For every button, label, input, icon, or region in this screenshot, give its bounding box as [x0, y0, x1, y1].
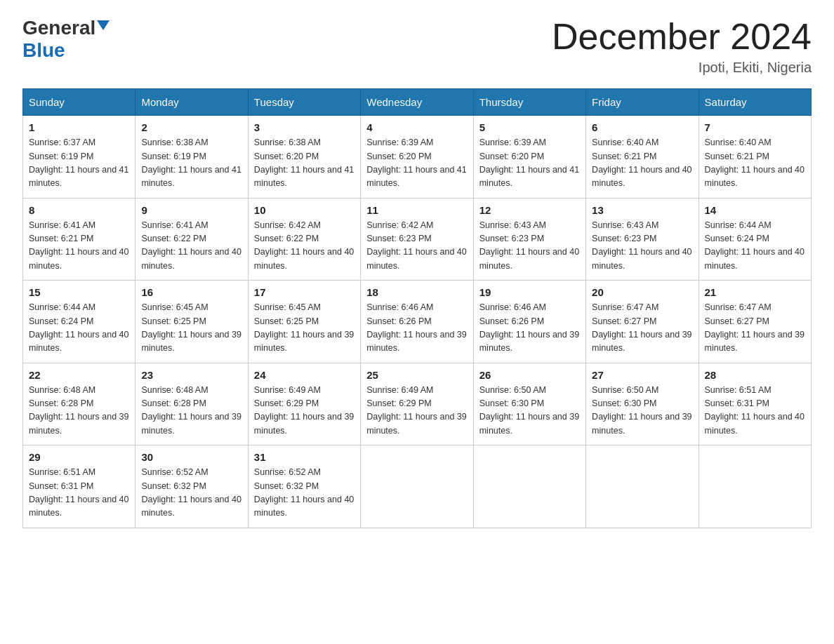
table-row: 28Sunrise: 6:51 AMSunset: 6:31 PMDayligh… [699, 363, 811, 445]
day-info: Sunrise: 6:39 AMSunset: 6:20 PMDaylight:… [479, 136, 580, 191]
table-row: 29Sunrise: 6:51 AMSunset: 6:31 PMDayligh… [23, 445, 135, 528]
table-row: 2Sunrise: 6:38 AMSunset: 6:19 PMDaylight… [135, 116, 248, 199]
col-sunday: Sunday [23, 89, 135, 116]
table-row: 16Sunrise: 6:45 AMSunset: 6:25 PMDayligh… [135, 281, 248, 363]
table-row: 23Sunrise: 6:48 AMSunset: 6:28 PMDayligh… [135, 363, 248, 445]
day-number: 23 [141, 369, 241, 381]
day-info: Sunrise: 6:45 AMSunset: 6:25 PMDaylight:… [254, 301, 355, 356]
table-row [586, 445, 699, 528]
day-info: Sunrise: 6:46 AMSunset: 6:26 PMDaylight:… [479, 301, 580, 356]
day-info: Sunrise: 6:49 AMSunset: 6:29 PMDaylight:… [254, 384, 355, 438]
table-row: 1Sunrise: 6:37 AMSunset: 6:19 PMDaylight… [23, 116, 135, 199]
calendar-table: Sunday Monday Tuesday Wednesday Thursday… [22, 88, 812, 528]
day-info: Sunrise: 6:48 AMSunset: 6:28 PMDaylight:… [141, 384, 241, 438]
table-row: 21Sunrise: 6:47 AMSunset: 6:27 PMDayligh… [699, 281, 811, 363]
table-row: 30Sunrise: 6:52 AMSunset: 6:32 PMDayligh… [135, 445, 248, 528]
table-row: 18Sunrise: 6:46 AMSunset: 6:26 PMDayligh… [361, 281, 473, 363]
logo-general-text: General [22, 17, 95, 39]
day-number: 22 [29, 369, 129, 381]
day-info: Sunrise: 6:52 AMSunset: 6:32 PMDaylight:… [254, 466, 355, 521]
day-info: Sunrise: 6:51 AMSunset: 6:31 PMDaylight:… [705, 384, 805, 438]
day-info: Sunrise: 6:47 AMSunset: 6:27 PMDaylight:… [705, 301, 805, 356]
table-row: 20Sunrise: 6:47 AMSunset: 6:27 PMDayligh… [586, 281, 699, 363]
day-info: Sunrise: 6:49 AMSunset: 6:29 PMDaylight:… [366, 384, 467, 438]
location: Ipoti, Ekiti, Nigeria [552, 60, 812, 76]
calendar-week-row: 8Sunrise: 6:41 AMSunset: 6:21 PMDaylight… [23, 198, 812, 281]
day-info: Sunrise: 6:45 AMSunset: 6:25 PMDaylight:… [141, 301, 241, 356]
table-row [473, 445, 585, 528]
day-number: 31 [254, 451, 355, 463]
day-info: Sunrise: 6:43 AMSunset: 6:23 PMDaylight:… [592, 219, 692, 274]
table-row: 4Sunrise: 6:39 AMSunset: 6:20 PMDaylight… [361, 116, 473, 199]
table-row: 17Sunrise: 6:45 AMSunset: 6:25 PMDayligh… [248, 281, 360, 363]
day-info: Sunrise: 6:44 AMSunset: 6:24 PMDaylight:… [29, 301, 129, 356]
month-title: December 2024 [552, 17, 812, 57]
day-number: 3 [254, 121, 355, 133]
table-row [699, 445, 811, 528]
table-row [361, 445, 473, 528]
logo-blue-text: Blue [22, 39, 65, 62]
day-number: 29 [29, 451, 129, 463]
day-info: Sunrise: 6:50 AMSunset: 6:30 PMDaylight:… [479, 384, 580, 438]
table-row: 5Sunrise: 6:39 AMSunset: 6:20 PMDaylight… [473, 116, 585, 199]
day-number: 28 [705, 369, 805, 381]
day-info: Sunrise: 6:41 AMSunset: 6:21 PMDaylight:… [29, 219, 129, 274]
table-row: 12Sunrise: 6:43 AMSunset: 6:23 PMDayligh… [473, 198, 585, 281]
day-number: 2 [141, 121, 241, 133]
day-info: Sunrise: 6:48 AMSunset: 6:28 PMDaylight:… [29, 384, 129, 438]
table-row: 25Sunrise: 6:49 AMSunset: 6:29 PMDayligh… [361, 363, 473, 445]
col-tuesday: Tuesday [248, 89, 360, 116]
day-info: Sunrise: 6:42 AMSunset: 6:23 PMDaylight:… [366, 219, 467, 274]
col-monday: Monday [135, 89, 248, 116]
day-number: 10 [254, 204, 355, 216]
day-number: 13 [592, 204, 692, 216]
logo: General Blue [22, 17, 111, 62]
day-number: 7 [705, 121, 805, 133]
day-number: 12 [479, 204, 580, 216]
table-row: 8Sunrise: 6:41 AMSunset: 6:21 PMDaylight… [23, 198, 135, 281]
table-row: 19Sunrise: 6:46 AMSunset: 6:26 PMDayligh… [473, 281, 585, 363]
table-row: 6Sunrise: 6:40 AMSunset: 6:21 PMDaylight… [586, 116, 699, 199]
col-saturday: Saturday [699, 89, 811, 116]
table-row: 27Sunrise: 6:50 AMSunset: 6:30 PMDayligh… [586, 363, 699, 445]
day-number: 1 [29, 121, 129, 133]
table-row: 7Sunrise: 6:40 AMSunset: 6:21 PMDaylight… [699, 116, 811, 199]
table-row: 11Sunrise: 6:42 AMSunset: 6:23 PMDayligh… [361, 198, 473, 281]
table-row: 15Sunrise: 6:44 AMSunset: 6:24 PMDayligh… [23, 281, 135, 363]
day-info: Sunrise: 6:38 AMSunset: 6:19 PMDaylight:… [141, 136, 241, 191]
page-header: General Blue December 2024 Ipoti, Ekiti,… [22, 17, 812, 76]
svg-marker-0 [97, 20, 110, 30]
title-section: December 2024 Ipoti, Ekiti, Nigeria [552, 17, 812, 76]
day-info: Sunrise: 6:50 AMSunset: 6:30 PMDaylight:… [592, 384, 692, 438]
day-number: 17 [254, 286, 355, 298]
day-number: 26 [479, 369, 580, 381]
day-number: 30 [141, 451, 241, 463]
day-info: Sunrise: 6:37 AMSunset: 6:19 PMDaylight:… [29, 136, 129, 191]
day-number: 6 [592, 121, 692, 133]
table-row: 31Sunrise: 6:52 AMSunset: 6:32 PMDayligh… [248, 445, 360, 528]
table-row: 14Sunrise: 6:44 AMSunset: 6:24 PMDayligh… [699, 198, 811, 281]
table-row: 10Sunrise: 6:42 AMSunset: 6:22 PMDayligh… [248, 198, 360, 281]
day-info: Sunrise: 6:42 AMSunset: 6:22 PMDaylight:… [254, 219, 355, 274]
day-number: 8 [29, 204, 129, 216]
day-number: 14 [705, 204, 805, 216]
day-number: 19 [479, 286, 580, 298]
col-thursday: Thursday [473, 89, 585, 116]
day-number: 16 [141, 286, 241, 298]
day-number: 11 [366, 204, 467, 216]
day-number: 4 [366, 121, 467, 133]
day-info: Sunrise: 6:47 AMSunset: 6:27 PMDaylight:… [592, 301, 692, 356]
day-number: 27 [592, 369, 692, 381]
table-row: 24Sunrise: 6:49 AMSunset: 6:29 PMDayligh… [248, 363, 360, 445]
calendar-week-row: 22Sunrise: 6:48 AMSunset: 6:28 PMDayligh… [23, 363, 812, 445]
day-number: 25 [366, 369, 467, 381]
day-number: 20 [592, 286, 692, 298]
calendar-week-row: 1Sunrise: 6:37 AMSunset: 6:19 PMDaylight… [23, 116, 812, 199]
day-info: Sunrise: 6:41 AMSunset: 6:22 PMDaylight:… [141, 219, 241, 274]
day-info: Sunrise: 6:40 AMSunset: 6:21 PMDaylight:… [592, 136, 692, 191]
day-number: 18 [366, 286, 467, 298]
day-number: 9 [141, 204, 241, 216]
day-number: 15 [29, 286, 129, 298]
day-info: Sunrise: 6:52 AMSunset: 6:32 PMDaylight:… [141, 466, 241, 521]
logo-arrow-icon [95, 18, 111, 36]
